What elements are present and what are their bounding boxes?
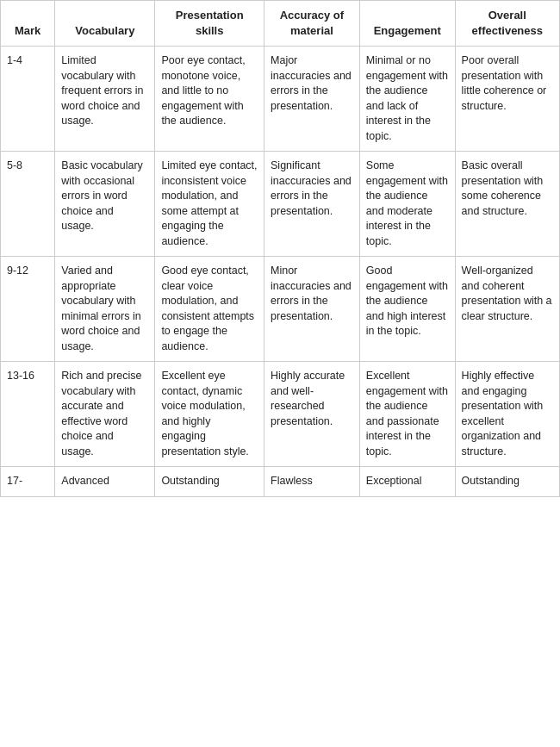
- cell-vocabulary: Varied and appropriate vocabulary with m…: [55, 257, 155, 362]
- cell-engagement: Excellent engagement with the audience a…: [359, 362, 455, 467]
- header-row: Mark Vocabulary Presentation skills Accu…: [1, 1, 560, 47]
- cell-accuracy: Flawless: [264, 467, 360, 497]
- table-row: 9-12Varied and appropriate vocabulary wi…: [1, 257, 560, 362]
- header-overall: Overall effectiveness: [455, 1, 559, 47]
- cell-presentation: Poor eye contact, monotone voice, and li…: [155, 47, 264, 152]
- cell-overall: Poor overall presentation with little co…: [455, 47, 559, 152]
- rubric-table-container: Mark Vocabulary Presentation skills Accu…: [0, 0, 560, 497]
- table-row: 17-AdvancedOutstandingFlawlessExceptiona…: [1, 467, 560, 497]
- cell-presentation: Good eye contact, clear voice modulation…: [155, 257, 264, 362]
- cell-presentation: Excellent eye contact, dynamic voice mod…: [155, 362, 264, 467]
- cell-overall: Well-organized and coherent presentation…: [455, 257, 559, 362]
- cell-mark: 1-4: [1, 47, 55, 152]
- cell-vocabulary: Advanced: [55, 467, 155, 497]
- cell-engagement: Exceptional: [359, 467, 455, 497]
- cell-mark: 13-16: [1, 362, 55, 467]
- cell-accuracy: Highly accurate and well-researched pres…: [264, 362, 360, 467]
- header-vocabulary: Vocabulary: [55, 1, 155, 47]
- header-mark: Mark: [1, 1, 55, 47]
- cell-vocabulary: Rich and precise vocabulary with accurat…: [55, 362, 155, 467]
- cell-mark: 5-8: [1, 152, 55, 257]
- table-row: 13-16Rich and precise vocabulary with ac…: [1, 362, 560, 467]
- cell-mark: 9-12: [1, 257, 55, 362]
- cell-accuracy: Major inaccuracies and errors in the pre…: [264, 47, 360, 152]
- table-row: 1-4Limited vocabulary with frequent erro…: [1, 47, 560, 152]
- cell-overall: Highly effective and engaging presentati…: [455, 362, 559, 467]
- cell-engagement: Minimal or no engagement with the audien…: [359, 47, 455, 152]
- header-accuracy: Accuracy of material: [264, 1, 360, 47]
- cell-overall: Basic overall presentation with some coh…: [455, 152, 559, 257]
- cell-overall: Outstanding: [455, 467, 559, 497]
- cell-vocabulary: Limited vocabulary with frequent errors …: [55, 47, 155, 152]
- header-engagement: Engagement: [359, 1, 455, 47]
- cell-engagement: Some engagement with the audience and mo…: [359, 152, 455, 257]
- table-row: 5-8Basic vocabulary with occasional erro…: [1, 152, 560, 257]
- cell-presentation: Outstanding: [155, 467, 264, 497]
- cell-accuracy: Significant inaccuracies and errors in t…: [264, 152, 360, 257]
- cell-presentation: Limited eye contact, inconsistent voice …: [155, 152, 264, 257]
- cell-engagement: Good engagement with the audience and hi…: [359, 257, 455, 362]
- cell-vocabulary: Basic vocabulary with occasional errors …: [55, 152, 155, 257]
- header-presentation: Presentation skills: [155, 1, 264, 47]
- cell-mark: 17-: [1, 467, 55, 497]
- rubric-table: Mark Vocabulary Presentation skills Accu…: [0, 0, 560, 497]
- cell-accuracy: Minor inaccuracies and errors in the pre…: [264, 257, 360, 362]
